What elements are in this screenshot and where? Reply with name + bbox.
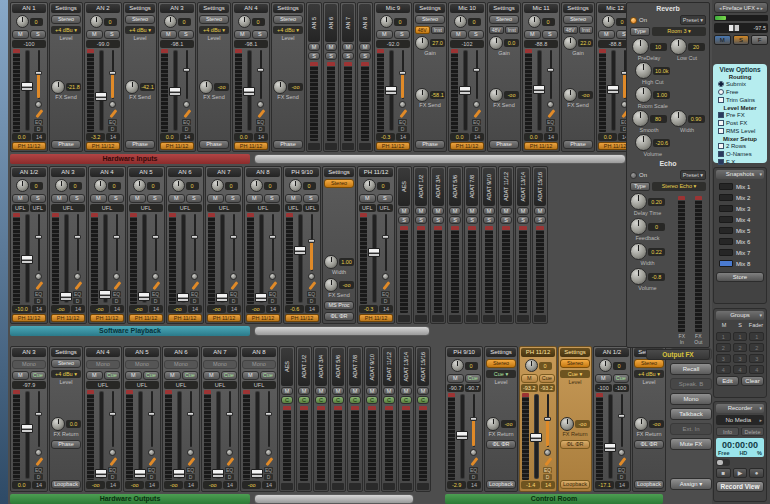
fx-send-fader[interactable] — [308, 213, 315, 272]
tools-icon[interactable] — [618, 457, 626, 466]
checkbox-icon[interactable] — [718, 159, 724, 165]
phase-button[interactable]: Phase — [489, 140, 519, 149]
tools-icon[interactable] — [191, 281, 199, 290]
mute-button[interactable]: M — [366, 387, 378, 395]
assign-button[interactable]: PH 11/12 — [51, 314, 85, 322]
collapse-icon[interactable]: ▾ — [759, 404, 762, 413]
tools-icon[interactable] — [35, 109, 43, 118]
mute-button[interactable]: M — [90, 194, 107, 203]
mute-fx-button[interactable]: Mute FX — [670, 438, 712, 450]
mute-button[interactable]: M — [12, 371, 29, 380]
pan-knob[interactable] — [211, 179, 224, 192]
dyn-chip[interactable]: D — [108, 474, 117, 480]
solo-button[interactable]: S — [186, 194, 203, 203]
cue-button[interactable]: Cue — [465, 374, 482, 383]
phase-button[interactable]: Phase — [51, 140, 81, 149]
mini-knob[interactable] — [109, 101, 116, 108]
eq-chip[interactable]: EQ — [381, 291, 390, 297]
echo-type-button[interactable]: Type — [630, 182, 650, 191]
assign-button[interactable]: PH 11/12 — [376, 142, 410, 150]
snapshot-slot[interactable] — [719, 249, 733, 256]
pan-knob[interactable] — [599, 359, 612, 372]
width-knob[interactable] — [324, 255, 338, 269]
media-select[interactable]: No Media ▸ — [716, 415, 764, 425]
assign-button[interactable]: PH 11/12 — [160, 142, 194, 150]
solo-button[interactable]: S — [225, 194, 242, 203]
snapshot-slot[interactable] — [719, 238, 733, 245]
mute-button[interactable]: M — [234, 30, 251, 39]
group-s-2[interactable]: 2 — [733, 343, 748, 352]
fader-handle[interactable] — [368, 248, 380, 257]
fx-send-handle[interactable] — [35, 235, 42, 239]
stereo-button[interactable]: Stereo — [273, 15, 303, 24]
fx-send-handle[interactable] — [113, 235, 120, 239]
dyn-chip[interactable]: D — [34, 474, 43, 480]
fader-handle[interactable] — [138, 292, 150, 301]
mini-knob[interactable] — [470, 449, 477, 456]
pan-knob[interactable] — [250, 179, 263, 192]
assign-button[interactable]: PH 11/12 — [285, 314, 319, 322]
volume-fader[interactable] — [60, 213, 72, 304]
solo-button[interactable]: S — [542, 30, 559, 39]
mute-button[interactable]: M — [12, 194, 29, 203]
fx-send-handle[interactable] — [35, 412, 42, 416]
fx-return-knob[interactable] — [486, 417, 500, 431]
reverb-preset-select[interactable]: Preset ▾ — [680, 15, 706, 25]
mini-knob[interactable] — [74, 273, 81, 280]
tools-icon[interactable] — [382, 281, 390, 290]
mini-knob[interactable] — [308, 273, 315, 280]
main-volume-handle[interactable] — [728, 24, 740, 32]
solo-button[interactable]: S — [325, 52, 337, 60]
gain-knob[interactable] — [563, 36, 577, 50]
volume-fader[interactable] — [251, 390, 263, 480]
fx-send-handle[interactable] — [74, 235, 81, 239]
fx-send-fader[interactable] — [109, 49, 116, 100]
volume-fader[interactable] — [530, 393, 542, 480]
pan-knob[interactable] — [16, 15, 29, 28]
48v-button[interactable]: 48V — [415, 26, 430, 34]
dyn-chip[interactable]: D — [472, 126, 481, 132]
snapshot-slot[interactable] — [719, 260, 733, 267]
global-f-button[interactable]: F — [751, 35, 768, 45]
solo-button[interactable]: S — [468, 30, 485, 39]
fx-send-knob[interactable] — [489, 88, 503, 102]
solo-button[interactable]: S — [500, 216, 512, 224]
snapshot-item[interactable]: Mix 3 — [716, 203, 764, 214]
radio-icon[interactable] — [718, 89, 724, 95]
fx-send-handle[interactable] — [187, 412, 194, 416]
fx-send-handle[interactable] — [618, 414, 625, 418]
assign-button[interactable]: PH 11/12 — [12, 314, 46, 322]
mute-button[interactable]: M — [450, 30, 467, 39]
dyn-chip[interactable]: D — [381, 298, 390, 304]
fader-handle[interactable] — [533, 85, 545, 94]
fader-handle[interactable] — [177, 293, 189, 302]
tools-icon[interactable] — [269, 281, 277, 290]
dyn-chip[interactable]: D — [190, 298, 199, 304]
volume-knob[interactable] — [630, 268, 647, 285]
mute-button[interactable]: M — [315, 387, 327, 395]
fx-send-fader[interactable] — [547, 49, 554, 100]
fx-send-fader[interactable] — [230, 213, 237, 272]
dyn-chip[interactable]: D — [108, 126, 117, 132]
mute-button[interactable]: M — [517, 207, 529, 215]
fader-handle[interactable] — [95, 92, 107, 101]
fx-send-fader[interactable] — [152, 213, 159, 272]
mute-button[interactable]: M — [383, 387, 395, 395]
device-next-icon[interactable]: ▸ — [761, 5, 764, 11]
eq-chip[interactable]: EQ — [34, 291, 43, 297]
predelay-knob[interactable] — [632, 38, 649, 55]
fader-handle[interactable] — [21, 424, 33, 433]
option-trim-gains[interactable]: Trim Gains — [714, 96, 766, 104]
group-m-3[interactable]: 3 — [716, 354, 731, 363]
solo-button[interactable]: S — [415, 216, 427, 224]
volume-fader[interactable] — [95, 390, 107, 480]
mini-knob[interactable] — [113, 273, 120, 280]
dyn-chip[interactable]: D — [546, 126, 555, 132]
volume-fader[interactable] — [533, 49, 545, 132]
mute-button[interactable]: M — [376, 30, 393, 39]
gain-knob[interactable] — [489, 36, 503, 50]
eq-chip[interactable]: EQ — [472, 119, 481, 125]
loopback-button[interactable]: Loopback — [560, 480, 590, 489]
mono-button[interactable]: Mono — [670, 393, 712, 405]
tools-icon[interactable] — [226, 457, 234, 466]
